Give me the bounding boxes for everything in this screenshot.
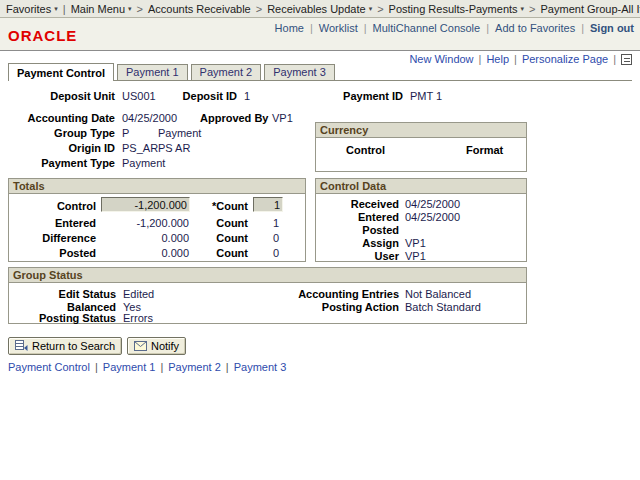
entered-value: 04/25/2000 [405,211,460,223]
currency-format-column-header: Format [466,144,503,156]
chevron-down-icon: ▾ [128,5,132,12]
breadcrumb-separator: > [137,3,143,15]
totals-groupbox: Totals Control *Count Entered -1,200.000… [8,178,306,262]
breadcrumb-item-receivables-update[interactable]: Receivables Update ▾ [267,3,372,15]
totals-count-input[interactable] [253,197,283,212]
origin-id-label: Origin ID [15,142,115,154]
breadcrumb-label: Payment Group-All Items [541,3,640,15]
footer-link-payment-3[interactable]: Payment 3 [234,361,287,373]
header-separator: | [364,22,367,34]
currency-control-column-header: Control [346,144,385,156]
breadcrumb-item-main-menu[interactable]: Main Menu ▾ [71,3,132,15]
totals-difference-label: Difference [24,232,96,244]
accounting-date-label: Accounting Date [15,112,115,124]
tab-payment-control[interactable]: Payment Control [8,63,114,81]
tab-payment-2[interactable]: Payment 2 [191,64,262,80]
breadcrumb-separator: > [377,3,383,15]
group-status-groupbox-title: Group Status [9,268,526,283]
received-value: 04/25/2000 [405,198,460,210]
footer-separator: | [226,361,229,373]
sign-out-link[interactable]: Sign out [590,22,634,34]
control-data-groupbox-title: Control Data [316,179,526,194]
group-type-label: Group Type [15,127,115,139]
totals-difference-count-label: Count [199,232,248,244]
payment-type-label: Payment Type [15,157,115,169]
breadcrumb-label: Favorites [6,3,51,15]
footer-link-payment-2[interactable]: Payment 2 [168,361,221,373]
user-label: User [324,250,399,262]
page-tabs: Payment Control Payment 1 Payment 2 Paym… [8,63,632,81]
posting-action-value: Batch Standard [405,301,481,313]
breadcrumb-separator: > [256,3,262,15]
notify-icon [134,341,147,351]
multichannel-console-link[interactable]: MultiChannel Console [373,22,481,34]
return-to-search-button[interactable]: Return to Search [8,337,122,355]
oracle-logo: ORACLE [8,27,77,44]
header-separator: | [581,22,584,34]
return-to-search-icon [15,340,28,352]
edit-status-value: Edited [123,288,154,300]
posting-action-label: Posting Action [294,301,399,313]
group-status-groupbox: Group Status Edit Status Edited Accounti… [8,267,527,324]
breadcrumb-item-favorites[interactable]: Favorites ▾ [6,3,58,15]
deposit-id-label: Deposit ID [175,90,237,102]
breadcrumb-item-accounts-receivable[interactable]: Accounts Receivable [148,3,251,15]
user-value: VP1 [405,250,426,262]
notify-label: Notify [151,340,179,352]
received-label: Received [324,198,399,210]
control-data-groupbox: Control Data Received 04/25/2000 Entered… [315,178,527,262]
posted-label: Posted [324,224,399,236]
accounting-date-value: 04/25/2000 [122,112,177,124]
chevron-down-icon: ▾ [54,5,58,12]
chevron-down-icon: ▾ [369,5,373,12]
totals-difference-count-value: 0 [253,232,279,244]
totals-posted-label: Posted [24,247,96,259]
currency-groupbox: Currency Control Format [315,122,527,172]
breadcrumb-label: Receivables Update [267,3,365,15]
tab-payment-1[interactable]: Payment 1 [117,64,188,80]
breadcrumb-item-posting-results-payments[interactable]: Posting Results-Payments ▾ [389,3,525,15]
footer-link-payment-control[interactable]: Payment Control [8,361,90,373]
totals-entered-count-value: 1 [253,217,279,229]
header-separator: | [310,22,313,34]
group-type-description: Payment [158,127,201,139]
footer-separator: | [160,361,163,373]
totals-posted-value: 0.000 [101,247,189,259]
page-footer-links: Payment Control | Payment 1 | Payment 2 … [8,361,286,373]
origin-id-value: PS_AR [122,142,158,154]
totals-entered-count-label: Count [199,217,248,229]
payment-type-value: Payment [122,157,165,169]
deposit-unit-value: US001 [122,90,156,102]
totals-posted-count-label: Count [199,247,248,259]
add-to-favorites-link[interactable]: Add to Favorites [495,22,575,34]
approved-by-value: VP1 [272,112,293,124]
accounting-entries-value: Not Balanced [405,288,471,300]
breadcrumb-item-current-page: Payment Group-All Items [541,3,640,15]
assign-label: Assign [324,237,399,249]
notify-button[interactable]: Notify [127,337,186,355]
breadcrumb-pipe-separator: | [63,3,66,15]
totals-control-input [101,197,190,212]
header-links: Home | Worklist | MultiChannel Console |… [275,22,634,34]
entered-label: Entered [324,211,399,223]
totals-groupbox-title: Totals [9,179,305,194]
chevron-down-icon: ▾ [521,5,525,12]
deposit-id-value: 1 [244,90,250,102]
breadcrumb-label: Accounts Receivable [148,3,251,15]
payment-id-label: Payment ID [335,90,403,102]
assign-value: VP1 [405,237,426,249]
posting-status-value: Errors [123,312,153,324]
origin-id-description: PS AR [158,142,190,154]
home-link[interactable]: Home [275,22,304,34]
edit-status-label: Edit Status [24,288,116,300]
posting-status-label: Posting Status [24,312,116,324]
deposit-unit-label: Deposit Unit [15,90,115,102]
footer-link-payment-1[interactable]: Payment 1 [103,361,156,373]
breadcrumb-separator: > [529,3,535,15]
accounting-entries-label: Accounting Entries [294,288,399,300]
worklist-link[interactable]: Worklist [319,22,358,34]
peoplesoft-window: Favorites ▾ | Main Menu ▾ > Accounts Rec… [0,0,640,480]
currency-groupbox-title: Currency [316,123,526,138]
tab-payment-3[interactable]: Payment 3 [264,64,335,80]
payment-id-value: PMT 1 [410,90,442,102]
